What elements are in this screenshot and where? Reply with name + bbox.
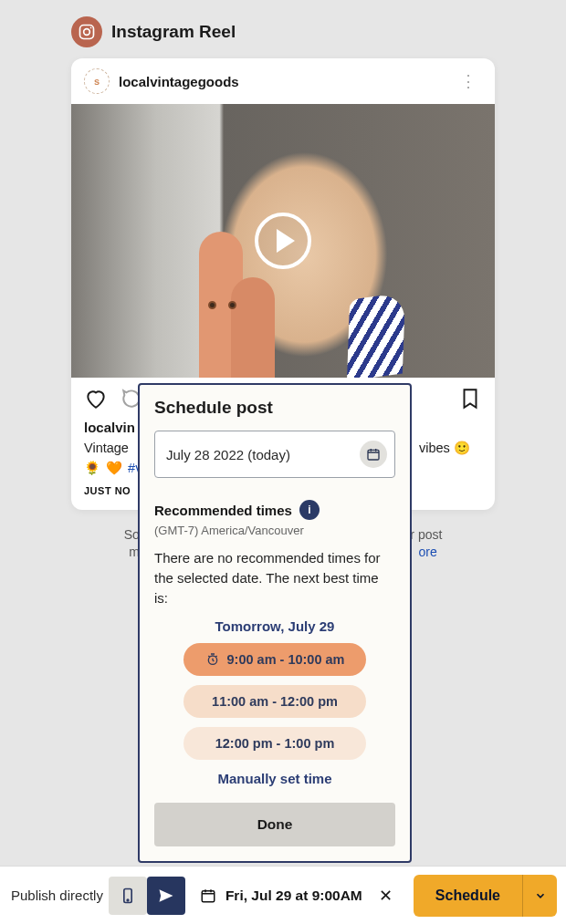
schedule-button[interactable]: Schedule bbox=[414, 875, 522, 917]
caption-tail: vibes 🙂 bbox=[419, 441, 470, 455]
recommendation-message: There are no recommended times for the s… bbox=[154, 548, 395, 607]
play-icon[interactable] bbox=[255, 213, 311, 269]
svg-rect-7 bbox=[202, 890, 215, 901]
calendar-icon bbox=[200, 888, 216, 904]
thumbnail-art bbox=[231, 277, 275, 378]
publish-now-button[interactable] bbox=[147, 877, 185, 915]
publish-directly-label: Publish directly bbox=[9, 888, 103, 903]
svg-rect-0 bbox=[80, 26, 94, 39]
bookmark-icon[interactable] bbox=[458, 387, 482, 414]
thumbnail-art bbox=[228, 301, 236, 309]
page-header: Instagram Reel bbox=[0, 0, 566, 58]
calendar-icon[interactable] bbox=[360, 441, 387, 468]
next-best-date: Tomorrow, July 29 bbox=[154, 618, 395, 634]
svg-point-1 bbox=[84, 29, 90, 36]
time-slot-option[interactable]: 12:00 pm - 1:00 pm bbox=[183, 727, 366, 760]
clock-icon bbox=[205, 652, 220, 667]
date-input[interactable]: July 28 2022 (today) bbox=[154, 431, 395, 478]
caption-text: Vintage bbox=[84, 441, 129, 455]
emoji-heart-icon bbox=[106, 461, 124, 475]
page-title: Instagram Reel bbox=[111, 22, 236, 42]
date-value: July 28 2022 (today) bbox=[166, 447, 290, 462]
thumbnail-art bbox=[208, 301, 216, 309]
svg-point-2 bbox=[90, 27, 92, 29]
instagram-icon bbox=[71, 16, 102, 47]
bottom-toolbar: Publish directly Fri, Jul 29 at 9:00AM ✕… bbox=[0, 866, 566, 924]
emoji-sunflower-icon bbox=[84, 461, 102, 475]
timezone-label: (GMT-7) America/Vancouver bbox=[154, 524, 395, 537]
phone-icon bbox=[119, 887, 137, 905]
svg-rect-3 bbox=[368, 450, 379, 460]
video-thumbnail[interactable] bbox=[71, 104, 495, 378]
schedule-button-group: Schedule bbox=[414, 875, 557, 917]
post-username: localvintagegoods bbox=[119, 74, 239, 89]
manually-set-time-button[interactable]: Manually set time bbox=[154, 771, 395, 786]
svg-point-6 bbox=[127, 899, 129, 901]
popover-title: Schedule post bbox=[154, 398, 395, 418]
post-header: s localvintagegoods ⋮ bbox=[71, 58, 495, 104]
heart-icon[interactable] bbox=[84, 387, 108, 414]
caption-username: localvin bbox=[84, 420, 135, 435]
learn-more-link[interactable]: ore bbox=[419, 545, 437, 559]
schedule-popover: Schedule post July 28 2022 (today) Recom… bbox=[138, 383, 412, 863]
schedule-dropdown-button[interactable] bbox=[522, 875, 557, 917]
avatar: s bbox=[84, 68, 110, 94]
more-options-icon[interactable]: ⋮ bbox=[455, 67, 482, 95]
chevron-down-icon bbox=[534, 889, 547, 902]
scheduled-time-display[interactable]: Fri, Jul 29 at 9:00AM bbox=[200, 888, 362, 904]
time-slot-option[interactable]: 11:00 am - 12:00 pm bbox=[183, 685, 366, 718]
mobile-preview-button[interactable] bbox=[109, 877, 147, 915]
recommended-times-heading: Recommended times i bbox=[154, 500, 395, 520]
time-slot-option[interactable]: 9:00 am - 10:00 am bbox=[183, 643, 366, 676]
info-icon[interactable]: i bbox=[299, 500, 320, 520]
done-button[interactable]: Done bbox=[154, 803, 395, 846]
thumbnail-art bbox=[347, 292, 405, 378]
clear-schedule-button[interactable]: ✕ bbox=[373, 880, 398, 911]
send-icon bbox=[157, 887, 175, 905]
